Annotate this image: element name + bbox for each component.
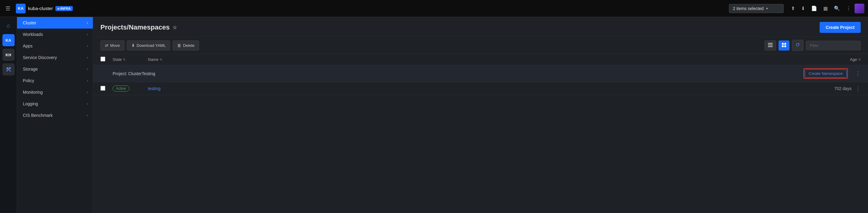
chevron-right-icon: ›	[87, 21, 88, 25]
age-column-header: Age	[850, 57, 857, 62]
svg-rect-4	[784, 43, 786, 45]
sidebar-item-ka[interactable]: KA	[2, 34, 14, 46]
sidebar-item-workloads-label: Workloads	[23, 32, 43, 37]
sidebar-item-cluster[interactable]: Cluster ›	[17, 17, 93, 29]
sidebar-item-monitoring-label: Monitoring	[23, 90, 42, 95]
topbar-icons: ⬆ ⬇ 📄 ▦ 🔍 ⋮	[788, 4, 864, 13]
brand-badge: e-INFRA	[55, 6, 73, 11]
svg-rect-0	[768, 43, 773, 44]
svg-rect-1	[768, 44, 773, 45]
filter-input[interactable]	[806, 41, 861, 50]
create-project-button[interactable]: Create Project	[819, 22, 861, 33]
download-icon[interactable]: ⬇	[799, 4, 807, 13]
content-header: Projects/Namespaces ☆ Create Project	[93, 17, 868, 37]
row-more-icon[interactable]: ⋮	[855, 85, 861, 92]
project-group-row: Project: ClusterTesting Create Namespace…	[93, 65, 868, 82]
sidebar-item-logging[interactable]: Logging ›	[17, 98, 93, 110]
sidebar-item-apps-label: Apps	[23, 43, 33, 49]
chevron-right-icon: ›	[87, 44, 88, 48]
list-view-button[interactable]	[765, 40, 776, 51]
state-column-header: State	[113, 57, 122, 62]
sidebar-item-cluster-label: Cluster	[23, 20, 36, 25]
sidebar-item-storage[interactable]: Storage ›	[17, 63, 93, 75]
content-area: Projects/Namespaces ☆ Create Project ⇄ M…	[93, 17, 868, 213]
grid-icon[interactable]: ▦	[821, 4, 830, 13]
download-icon: ⬇	[131, 43, 135, 48]
sidebar-item-monitoring[interactable]: Monitoring ›	[17, 86, 93, 98]
sidebar-item-policy[interactable]: Policy ›	[17, 75, 93, 86]
select-all-checkbox[interactable]	[100, 57, 105, 61]
brand-avatar: KA	[16, 4, 26, 13]
chevron-right-icon: ›	[87, 67, 88, 71]
state-sort-icon[interactable]: ⇅	[123, 58, 125, 61]
create-namespace-button[interactable]: Create Namespace	[805, 69, 847, 78]
row-age: 702 days	[834, 86, 851, 91]
project-group-label: Project: ClusterTesting	[113, 71, 799, 76]
trash-icon: 🗑	[177, 43, 181, 48]
sidebar-item-storage-label: Storage	[23, 67, 38, 71]
project-more-icon[interactable]: ⋮	[855, 70, 861, 77]
grid-view-button[interactable]	[778, 40, 789, 51]
sidebar-item-cis-benchmark-label: CIS Benchmark	[23, 113, 53, 118]
table-container: State ⇅ Name ⇅ Age ⇅ Project: ClusterTes…	[93, 54, 868, 213]
toolbar: ⇄ Move ⬇ Download YAML 🗑 Delete	[93, 37, 868, 54]
move-icon: ⇄	[105, 43, 108, 48]
brand-name: kuba-cluster	[28, 6, 53, 11]
chevron-right-icon: ›	[87, 113, 88, 118]
name-column-header: Name	[148, 57, 159, 62]
selector-label: 2 items selected	[733, 6, 764, 11]
svg-rect-6	[784, 45, 786, 47]
svg-rect-2	[768, 46, 773, 47]
sidebar-item-kh[interactable]: KH	[2, 49, 14, 61]
row-checkbox[interactable]	[100, 86, 105, 91]
sidebar-item-logging-label: Logging	[23, 101, 38, 106]
user-avatar[interactable]	[855, 4, 864, 13]
sidebar-item-apps[interactable]: Apps ›	[17, 40, 93, 52]
more-options-icon[interactable]: ⋮	[844, 4, 854, 13]
sidebar-item-cis-benchmark[interactable]: CIS Benchmark ›	[17, 110, 93, 121]
sidebar-item-tool[interactable]	[2, 63, 14, 75]
chevron-right-icon: ›	[87, 102, 88, 106]
name-sort-icon[interactable]: ⇅	[160, 58, 162, 61]
table-header: State ⇅ Name ⇅ Age ⇅	[93, 54, 868, 65]
sidebar-item-service-discovery-label: Service Discovery	[23, 55, 57, 60]
search-icon[interactable]: 🔍	[832, 4, 842, 13]
sidebar-item-service-discovery[interactable]: Service Discovery ›	[17, 52, 93, 63]
sidebar-item-home[interactable]: ⌂	[2, 20, 14, 32]
table-row: Active testing 702 days ⋮	[93, 82, 868, 95]
sidebar-item-policy-label: Policy	[23, 78, 34, 83]
chevron-right-icon: ›	[87, 55, 88, 60]
chevron-right-icon: ›	[87, 32, 88, 36]
hamburger-menu[interactable]: ☰	[4, 3, 12, 14]
status-badge: Active	[113, 86, 129, 92]
nav-sidebar: Cluster › Workloads › Apps › Service Dis…	[17, 17, 93, 213]
svg-rect-5	[782, 45, 784, 47]
age-sort-icon[interactable]: ⇅	[858, 58, 861, 61]
refresh-button[interactable]	[792, 40, 804, 51]
icon-sidebar: ⌂ KA KH	[0, 17, 17, 213]
upload-icon[interactable]: ⬆	[788, 4, 797, 13]
delete-button[interactable]: 🗑 Delete	[173, 40, 199, 51]
svg-rect-3	[782, 43, 784, 45]
chevron-down-icon: ▾	[766, 6, 768, 11]
move-button[interactable]: ⇄ Move	[100, 40, 124, 51]
favorite-star-icon[interactable]: ☆	[173, 25, 177, 30]
page-title: Projects/Namespaces ☆	[100, 24, 177, 31]
document-icon[interactable]: 📄	[809, 4, 819, 13]
main-layout: ⌂ KA KH Cluster › Workloads › Apps › Ser…	[0, 17, 868, 213]
items-selector[interactable]: 2 items selected ▾	[729, 4, 784, 13]
download-yaml-button[interactable]: ⬇ Download YAML	[127, 40, 170, 51]
sidebar-item-workloads[interactable]: Workloads ›	[17, 29, 93, 40]
chevron-right-icon: ›	[87, 90, 88, 94]
namespace-link[interactable]: testing	[148, 86, 160, 91]
topbar: ☰ KA kuba-cluster e-INFRA 2 items select…	[0, 0, 868, 17]
create-namespace-btn-wrapper: Create Namespace	[804, 68, 848, 79]
chevron-right-icon: ›	[87, 79, 88, 83]
brand: KA kuba-cluster e-INFRA	[16, 4, 73, 13]
